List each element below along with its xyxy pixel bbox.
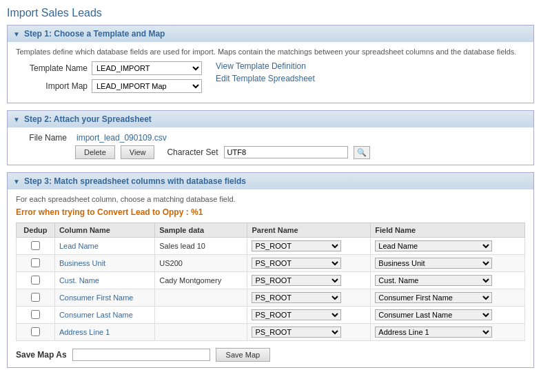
th-field: Field Name	[371, 223, 525, 238]
table-row: Business UnitUS200PS_ROOTBusiness Unit	[17, 255, 525, 272]
sample-data-cell	[155, 307, 247, 324]
search-icon: 🔍	[357, 148, 367, 156]
step3-header: ▼ Step 3: Match spreadsheet columns with…	[8, 173, 533, 189]
sample-data-cell: Sales lead 10	[155, 238, 247, 255]
field-name-cell: Business Unit	[371, 255, 525, 272]
table-row: Cust. NameCady MontgomeryPS_ROOTCust. Na…	[17, 272, 525, 289]
char-set-label: Character Set	[167, 147, 218, 157]
table-row: Address Line 1PS_ROOTAddress Line 1	[17, 324, 525, 341]
step3-section: ▼ Step 3: Match spreadsheet columns with…	[7, 172, 534, 368]
parent-name-select[interactable]: PS_ROOT	[252, 327, 341, 338]
save-map-button[interactable]: Save Map	[216, 348, 271, 362]
dedup-checkbox[interactable]	[31, 293, 40, 302]
column-name-cell: Lead Name	[54, 238, 154, 255]
template-name-label: Template Name	[16, 63, 92, 73]
field-name-cell: Consumer First Name	[371, 289, 525, 307]
char-set-search-button[interactable]: 🔍	[354, 146, 370, 159]
delete-button[interactable]: Delete	[75, 145, 115, 159]
dedup-checkbox[interactable]	[31, 241, 40, 250]
step2-title: Step 2: Attach your Spreadsheet	[24, 114, 152, 124]
step3-info: For each spreadsheet column, choose a ma…	[16, 195, 525, 203]
step2-arrow-icon: ▼	[13, 116, 20, 123]
th-sample: Sample data	[155, 223, 247, 238]
step1-arrow-icon: ▼	[13, 30, 20, 38]
error-message: Error when trying to Convert Lead to Opp…	[16, 207, 525, 217]
parent-name-select[interactable]: PS_ROOT	[252, 309, 341, 320]
step2-header: ▼ Step 2: Attach your Spreadsheet	[8, 111, 533, 127]
table-row: Lead NameSales lead 10PS_ROOTLead Name	[17, 238, 525, 255]
parent-name-select[interactable]: PS_ROOT	[252, 292, 341, 303]
field-name-select[interactable]: Consumer Last Name	[375, 309, 492, 320]
field-name-cell: Address Line 1	[371, 324, 525, 341]
save-map-input[interactable]	[72, 349, 210, 361]
file-name-label: File Name	[16, 133, 71, 143]
step2-section: ▼ Step 2: Attach your Spreadsheet File N…	[7, 110, 534, 165]
parent-name-cell: PS_ROOT	[247, 307, 371, 324]
edit-template-link[interactable]: Edit Template Spreadsheet	[216, 74, 315, 83]
dedup-checkbox[interactable]	[31, 327, 40, 336]
sample-data-cell	[155, 289, 247, 307]
parent-name-select[interactable]: PS_ROOT	[252, 275, 341, 286]
dedup-checkbox[interactable]	[31, 276, 40, 285]
th-parent: Parent Name	[247, 223, 371, 238]
parent-name-cell: PS_ROOT	[247, 324, 371, 341]
column-name-cell: Consumer First Name	[54, 289, 154, 307]
parent-name-select[interactable]: PS_ROOT	[252, 240, 341, 251]
step1-section: ▼ Step 1: Choose a Template and Map Temp…	[7, 25, 534, 103]
column-name-cell: Business Unit	[54, 255, 154, 272]
view-template-link[interactable]: View Template Definition	[216, 61, 315, 71]
dedup-checkbox[interactable]	[31, 258, 40, 267]
column-name-cell: Consumer Last Name	[54, 307, 154, 324]
template-name-select[interactable]: LEAD_IMPORT	[92, 61, 202, 75]
table-row: Consumer First NamePS_ROOTConsumer First…	[17, 289, 525, 307]
parent-name-cell: PS_ROOT	[247, 238, 371, 255]
view-button[interactable]: View	[121, 145, 155, 159]
parent-name-cell: PS_ROOT	[247, 289, 371, 307]
sample-data-cell	[155, 324, 247, 341]
import-map-select[interactable]: LEAD_IMPORT Map	[92, 79, 202, 93]
th-column: Column Name	[54, 223, 154, 238]
field-name-cell: Consumer Last Name	[371, 307, 525, 324]
field-name-cell: Cust. Name	[371, 272, 525, 289]
field-name-select[interactable]: Cust. Name	[375, 275, 492, 286]
column-name-cell: Address Line 1	[54, 324, 154, 341]
field-name-select[interactable]: Lead Name	[375, 240, 492, 251]
table-row: Consumer Last NamePS_ROOTConsumer Last N…	[17, 307, 525, 324]
page-title: Import Sales Leads	[7, 7, 534, 19]
field-name-cell: Lead Name	[371, 238, 525, 255]
char-set-input[interactable]	[224, 146, 348, 158]
th-dedup: Dedup	[17, 223, 55, 238]
parent-name-cell: PS_ROOT	[247, 255, 371, 272]
dedup-checkbox[interactable]	[31, 310, 40, 319]
parent-name-cell: PS_ROOT	[247, 272, 371, 289]
step3-arrow-icon: ▼	[13, 178, 20, 185]
field-name-select[interactable]: Consumer First Name	[375, 292, 492, 303]
sample-data-cell: US200	[155, 255, 247, 272]
import-map-label: Import Map	[16, 81, 92, 91]
step1-header: ▼ Step 1: Choose a Template and Map	[8, 25, 533, 42]
mapping-table: Dedup Column Name Sample data Parent Nam…	[16, 223, 525, 341]
field-name-select[interactable]: Address Line 1	[375, 327, 492, 338]
sample-data-cell: Cady Montgomery	[155, 272, 247, 289]
step1-title: Step 1: Choose a Template and Map	[24, 29, 165, 39]
file-name-link[interactable]: import_lead_090109.csv	[76, 133, 167, 143]
parent-name-select[interactable]: PS_ROOT	[252, 258, 341, 269]
step3-title: Step 3: Match spreadsheet columns with d…	[24, 176, 246, 186]
save-map-label: Save Map As	[16, 350, 67, 360]
step1-info: Templates define which database fields a…	[16, 48, 525, 56]
field-name-select[interactable]: Business Unit	[375, 258, 492, 269]
column-name-cell: Cust. Name	[54, 272, 154, 289]
